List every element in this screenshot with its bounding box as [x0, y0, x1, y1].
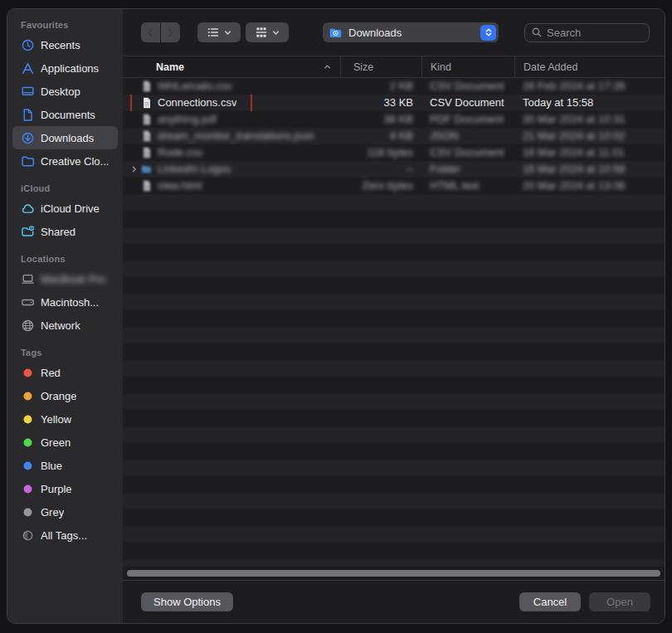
file-size: 118 bytes: [340, 144, 421, 161]
sidebar-item-label: Creative Clo...: [41, 155, 109, 168]
group-view-button[interactable]: [246, 22, 289, 42]
back-button[interactable]: [141, 22, 160, 42]
sidebar-item-purple[interactable]: Purple: [12, 477, 118, 500]
file-row[interactable]: dream_monitor_translations.json4 KBJSON2…: [123, 128, 665, 144]
tag-dot: [20, 411, 35, 426]
file-name: Connections.csv: [158, 95, 236, 111]
file-date-added: 21 Mar 2024 at 10:02: [514, 128, 665, 144]
open-button[interactable]: Open: [589, 592, 650, 611]
search-icon: [531, 27, 543, 38]
clock-icon: [20, 37, 35, 52]
sidebar-item-recents[interactable]: Recents: [12, 33, 118, 56]
sort-ascending-icon: [323, 62, 332, 71]
file-icon: [139, 179, 153, 192]
sidebar-item-documents[interactable]: Documents: [12, 103, 118, 126]
sidebar-item-downloads[interactable]: Downloads: [12, 126, 118, 149]
drive-icon: [20, 295, 35, 309]
file-row[interactable]: Rode.csv118 bytesCSV Document16 Mar 2024…: [123, 144, 665, 161]
file-date-added: 16 Mar 2024 at 11:01: [514, 144, 665, 161]
column-header-date-added[interactable]: Date Added: [514, 56, 665, 77]
file-size: 4 KB: [340, 128, 421, 144]
sidebar-item-label: Macintosh...: [41, 296, 99, 309]
file-row[interactable]: LinkedIn Logos--Folder16 Mar 2024 at 10:…: [123, 161, 665, 178]
main-panel: Downloads Name Size Kind Date Added WHLe…: [123, 9, 665, 623]
file-size: 33 KB: [340, 95, 421, 111]
sidebar-item-label: Orange: [41, 390, 76, 402]
file-size: --: [340, 161, 421, 178]
folder-file-icon: [139, 163, 153, 175]
sidebar-item-icloud-drive[interactable]: iCloud Drive: [12, 197, 118, 220]
file-date-added: 20 Mar 2024 at 13:06: [514, 178, 665, 194]
sidebar-item-shared[interactable]: Shared: [12, 220, 118, 243]
navigation-buttons: [141, 22, 180, 42]
chevron-right-icon: [164, 27, 177, 39]
file-rows: WHLemails.csv2 KBCSV Document26 Feb 2024…: [123, 78, 665, 194]
horizontal-scrollbar[interactable]: [127, 570, 660, 577]
chevron-down-icon: [223, 28, 232, 37]
sidebar-section: iCloudiCloud DriveShared: [7, 183, 123, 243]
tag-dot: [20, 504, 35, 519]
sidebar-item-blue[interactable]: Blue: [12, 454, 118, 477]
forward-button[interactable]: [161, 22, 180, 42]
sidebar-item-label: Documents: [41, 109, 95, 121]
sidebar: FavouritesRecentsApplicationsDesktopDocu…: [7, 9, 123, 623]
sidebar-item-yellow[interactable]: Yellow: [12, 407, 118, 431]
sidebar-item-creative-clo[interactable]: Creative Clo...: [12, 149, 118, 173]
file-row[interactable]: Connections.csv33 KBCSV DocumentToday at…: [123, 95, 665, 111]
sidebar-item-label: Blue: [41, 460, 62, 472]
folder-icon: [20, 153, 35, 168]
sidebar-item-label: All Tags...: [41, 529, 87, 542]
all-tags-icon: [20, 528, 35, 543]
sidebar-item-macbook-pro[interactable]: MacBook Pro: [12, 267, 118, 290]
open-dialog-window: FavouritesRecentsApplicationsDesktopDocu…: [7, 8, 665, 624]
file-icon: [139, 146, 153, 159]
file-kind: CSV Document: [421, 144, 514, 161]
sidebar-section: LocationsMacBook ProMacintosh...Network: [7, 254, 123, 337]
tag-dot: [20, 481, 35, 496]
file-kind: PDF Document: [421, 111, 514, 128]
sidebar-item-desktop[interactable]: Desktop: [12, 80, 118, 103]
downloads-icon: [20, 130, 35, 145]
file-icon: [139, 129, 153, 143]
sidebar-item-applications[interactable]: Applications: [12, 56, 118, 80]
column-header-name[interactable]: Name: [123, 56, 340, 77]
file-name-cell: Connections.csv: [123, 95, 340, 111]
file-size: Zero bytes: [340, 178, 421, 194]
sidebar-item-label: Green: [41, 436, 71, 449]
search-input[interactable]: [547, 27, 643, 39]
location-dropdown[interactable]: Downloads: [323, 22, 499, 42]
sidebar-item-network[interactable]: Network: [12, 314, 118, 337]
file-name-cell: WHLemails.csv: [123, 78, 340, 95]
file-kind: CSV Document: [421, 95, 514, 111]
sidebar-item-macintosh[interactable]: Macintosh...: [12, 290, 118, 314]
column-header-name-label: Name: [156, 61, 184, 73]
show-options-button[interactable]: Show Options: [141, 592, 233, 611]
column-header-size[interactable]: Size: [340, 56, 421, 77]
sidebar-item-label: Desktop: [41, 85, 80, 98]
sidebar-item-label: Recents: [41, 39, 80, 51]
horizontal-scrollbar-track: [123, 567, 665, 580]
file-row[interactable]: view.htmlZero bytesHTML text20 Mar 2024 …: [123, 178, 665, 194]
sidebar-item-orange[interactable]: Orange: [12, 384, 118, 407]
location-label: Downloads: [348, 27, 402, 39]
section-header: Tags: [7, 348, 123, 361]
footer-bar: Show Options Cancel Open: [123, 580, 665, 623]
file-date-added: 26 Feb 2024 at 17:26: [514, 78, 665, 95]
file-row[interactable]: anything.pdf38 KBPDF Document30 Mar 2024…: [123, 111, 665, 128]
list-view-button[interactable]: [197, 22, 241, 42]
file-row[interactable]: WHLemails.csv2 KBCSV Document26 Feb 2024…: [123, 78, 665, 95]
sidebar-item-green[interactable]: Green: [12, 431, 118, 454]
search-field[interactable]: [524, 23, 650, 42]
cancel-button[interactable]: Cancel: [519, 592, 581, 611]
up-down-chevrons-icon: [484, 27, 494, 37]
column-header-kind[interactable]: Kind: [421, 56, 514, 77]
sidebar-item-grey[interactable]: Grey: [12, 500, 118, 523]
file-name-cell: LinkedIn Logos: [123, 161, 340, 178]
sidebar-item-all-tags[interactable]: All Tags...: [12, 523, 118, 547]
file-name: Rode.csv: [158, 144, 202, 161]
disclosure-icon[interactable]: [129, 165, 139, 173]
sidebar-item-red[interactable]: Red: [12, 361, 118, 384]
file-kind: JSON: [421, 128, 514, 144]
file-size: 2 KB: [340, 78, 421, 95]
section-header: iCloud: [7, 183, 123, 197]
